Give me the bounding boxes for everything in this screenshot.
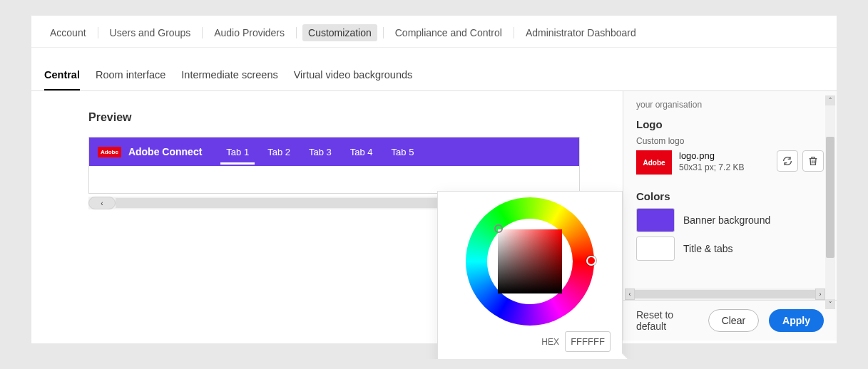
reset-to-default[interactable]: Reset to default	[636, 309, 688, 332]
side-scroll-area: your organisation Logo Custom logo Adobe…	[623, 91, 837, 289]
preview-brand: Adobe Connect	[128, 146, 202, 157]
tab-room-interface[interactable]: Room interface	[96, 62, 165, 90]
delete-logo-button[interactable]	[802, 150, 824, 172]
nav-separator	[98, 27, 98, 38]
nav-account[interactable]: Account	[44, 24, 92, 41]
logo-size: 50x31 px; 7.2 KB	[679, 162, 744, 172]
colors-heading: Colors	[636, 190, 824, 202]
color-label-banner: Banner background	[683, 214, 770, 226]
color-row-banner: Banner background	[636, 208, 824, 232]
color-row-title-tabs: Title & tabs	[636, 237, 824, 261]
side-scroll-up[interactable]: ˄	[825, 95, 835, 105]
logo-filename: logo.png	[679, 150, 744, 161]
side-scroll-right[interactable]: ›	[815, 289, 825, 300]
nav-compliance[interactable]: Compliance and Control	[389, 24, 508, 41]
color-rows: Banner background Title & tabs	[636, 208, 824, 261]
nav-customization[interactable]: Customization	[302, 24, 377, 41]
side-v-scrollbar[interactable]: ˄ ˅	[825, 95, 835, 309]
preview-banner: Adobe Adobe Connect Tab 1 Tab 2 Tab 3 Ta…	[89, 137, 579, 166]
preview-tab-5[interactable]: Tab 5	[386, 140, 420, 165]
custom-logo-label: Custom logo	[636, 136, 824, 146]
nav-separator	[383, 27, 384, 38]
swatch-title-tabs[interactable]	[636, 237, 675, 261]
tab-intermediate-screens[interactable]: Intermediate screens	[181, 62, 277, 90]
logo-heading: Logo	[636, 118, 824, 130]
logo-actions	[777, 150, 824, 172]
sv-handle[interactable]	[494, 224, 503, 233]
color-picker-popover: HEX RGB R G B	[437, 191, 623, 359]
trash-icon	[807, 155, 819, 167]
preview-logo: Adobe	[98, 147, 121, 157]
hue-handle[interactable]	[586, 256, 596, 266]
logo-thumbnail: Adobe	[636, 150, 672, 175]
preview-box: Adobe Adobe Connect Tab 1 Tab 2 Tab 3 Ta…	[88, 137, 580, 194]
preview-heading: Preview	[88, 111, 580, 124]
side-scroll-down[interactable]: ˅	[825, 299, 835, 309]
side-footer: Reset to default Clear Apply	[623, 300, 837, 341]
side-panel: your organisation Logo Custom logo Adobe…	[623, 91, 837, 341]
preview-tab-2[interactable]: Tab 2	[262, 140, 296, 165]
preview-tab-3[interactable]: Tab 3	[303, 140, 337, 165]
side-scroll-track[interactable]	[635, 290, 815, 298]
refresh-icon	[782, 155, 793, 167]
side-h-scrollbar[interactable]: ‹ ›	[625, 289, 825, 300]
nav-audio-providers[interactable]: Audio Providers	[208, 24, 290, 41]
scroll-left-button[interactable]: ‹	[88, 197, 116, 209]
nav-users-groups[interactable]: Users and Groups	[104, 24, 197, 41]
sub-tabs: Central Room interface Intermediate scre…	[31, 48, 837, 91]
hex-row: HEX	[448, 331, 611, 352]
top-nav: Account Users and Groups Audio Providers…	[31, 16, 837, 48]
popover-caret	[615, 353, 631, 359]
logo-row: Adobe logo.png 50x31 px; 7.2 KB	[636, 150, 824, 175]
apply-button[interactable]: Apply	[769, 309, 824, 332]
side-scroll-thumb[interactable]	[826, 137, 834, 258]
content-area: Preview Adobe Adobe Connect Tab 1 Tab 2 …	[31, 91, 837, 341]
tab-virtual-backgrounds[interactable]: Virtual video backgrounds	[294, 62, 413, 90]
sv-square[interactable]	[498, 229, 562, 293]
swatch-banner-background[interactable]	[636, 208, 675, 232]
color-wheel[interactable]	[466, 197, 594, 326]
app-window: Account Users and Groups Audio Providers…	[31, 16, 837, 343]
color-label-title-tabs: Title & tabs	[683, 243, 733, 254]
preview-tab-4[interactable]: Tab 4	[344, 140, 379, 165]
hex-input[interactable]	[565, 331, 611, 352]
refresh-logo-button[interactable]	[777, 150, 798, 172]
nav-admin-dashboard[interactable]: Administrator Dashboard	[520, 24, 642, 41]
logo-meta: logo.png 50x31 px; 7.2 KB	[679, 150, 744, 172]
preview-tab-1[interactable]: Tab 1	[220, 140, 255, 165]
clear-button[interactable]: Clear	[708, 309, 759, 332]
side-note: your organisation	[636, 100, 824, 110]
nav-separator	[296, 27, 297, 38]
side-scroll-left[interactable]: ‹	[625, 289, 635, 300]
tab-central[interactable]: Central	[44, 62, 80, 90]
nav-separator	[514, 27, 514, 38]
hex-label: HEX	[541, 337, 559, 347]
nav-separator	[202, 27, 203, 38]
